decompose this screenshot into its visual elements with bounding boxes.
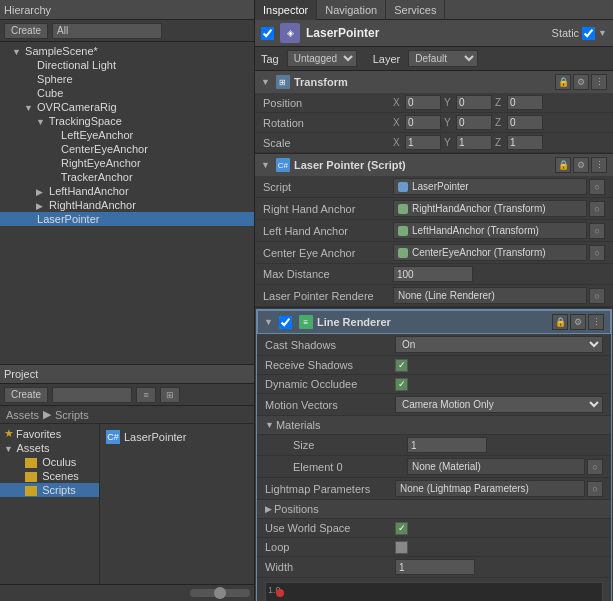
graph-dot[interactable] <box>276 589 284 597</box>
project-tree-favorites[interactable]: ★ Favorites <box>0 426 99 441</box>
tree-item-samplescene[interactable]: ▼ SampleScene* <box>0 44 254 58</box>
project-tree-assets[interactable]: ▼ Assets <box>0 441 99 455</box>
line-renderer-overflow-icon[interactable]: ⋮ <box>588 314 604 330</box>
left-hand-anchor-object[interactable]: LeftHandAnchor (Transform) <box>393 222 587 239</box>
line-renderer-header[interactable]: ▼ ≡ Line Renderer 🔒 ⚙ ⋮ <box>257 310 611 334</box>
rotation-x-label: X <box>393 117 403 128</box>
prop-lightmap-params: Lightmap Parameters None (Lightmap Param… <box>257 478 611 500</box>
center-eye-anchor-pick-icon[interactable]: ○ <box>589 245 605 261</box>
transform-overflow-icon[interactable]: ⋮ <box>591 74 607 90</box>
line-renderer-settings: 🔒 ⚙ ⋮ <box>552 314 604 330</box>
center-eye-anchor-label: Center Eye Anchor <box>263 247 393 259</box>
project-create-button[interactable]: Create <box>4 387 48 403</box>
position-x-field: X <box>393 95 441 110</box>
laser-script-header[interactable]: ▼ C# Laser Pointer (Script) 🔒 ⚙ ⋮ <box>255 154 613 176</box>
max-distance-input[interactable] <box>393 266 473 282</box>
project-view-button[interactable]: ⊞ <box>160 387 180 403</box>
tab-inspector[interactable]: Inspector <box>255 0 317 20</box>
center-eye-anchor-object[interactable]: CenterEyeAnchor (Transform) <box>393 244 587 261</box>
project-search-input[interactable] <box>52 387 132 403</box>
scale-y-input[interactable] <box>456 135 492 150</box>
transform-header[interactable]: ▼ ⊞ Transform 🔒 ⚙ ⋮ <box>255 71 613 93</box>
laser-renderer-pick-icon[interactable]: ○ <box>589 288 605 304</box>
use-world-space-checkbox[interactable]: ✓ <box>395 522 408 535</box>
line-renderer-active-checkbox[interactable] <box>279 316 292 329</box>
dynamic-occludee-checkbox[interactable]: ✓ <box>395 378 408 391</box>
tag-layer-row: Tag Untagged Layer Default <box>255 47 613 71</box>
layer-select[interactable]: Default <box>408 50 478 67</box>
folder-icon-scripts <box>25 486 37 496</box>
position-y-field: Y <box>444 95 492 110</box>
tab-navigation[interactable]: Navigation <box>317 0 386 20</box>
rotation-x-input[interactable] <box>405 115 441 130</box>
object-active-checkbox[interactable] <box>261 27 274 40</box>
tree-item-trackingspace[interactable]: ▼ TrackingSpace <box>0 114 254 128</box>
left-hand-anchor-pick-icon[interactable]: ○ <box>589 223 605 239</box>
laser-script-overflow-icon[interactable]: ⋮ <box>591 157 607 173</box>
tree-item-sphere[interactable]: Sphere <box>0 72 254 86</box>
cast-shadows-select[interactable]: On Off Two Sided Shadows Only <box>395 336 603 353</box>
tree-item-righteyeanchor[interactable]: RightEyeAnchor <box>0 156 254 170</box>
rotation-y-input[interactable] <box>456 115 492 130</box>
object-header: ◈ LaserPointer Static ▼ <box>255 20 613 47</box>
scale-x-input[interactable] <box>405 135 441 150</box>
tag-label: Tag <box>261 53 279 65</box>
static-arrow-icon[interactable]: ▼ <box>598 28 607 38</box>
rotation-y-label: Y <box>444 117 454 128</box>
tree-item-righthandanchor[interactable]: ▶ RightHandAnchor <box>0 198 254 212</box>
tree-item-ovrcamerarig[interactable]: ▼ OVRCameraRig <box>0 100 254 114</box>
prop-max-distance: Max Distance <box>255 264 613 285</box>
transform-arrow-icon: ▼ <box>261 77 270 87</box>
transform-lock-icon[interactable]: 🔒 <box>555 74 571 90</box>
project-tree-scripts[interactable]: Scripts <box>0 483 99 497</box>
tab-services[interactable]: Services <box>386 0 445 20</box>
right-hand-anchor-object[interactable]: RightHandAnchor (Transform) <box>393 200 587 217</box>
tree-item-directional-light[interactable]: Directional Light <box>0 58 254 72</box>
tag-select[interactable]: Untagged <box>287 50 357 67</box>
width-graph[interactable]: 1.0 0.5 <box>265 582 603 601</box>
zoom-slider[interactable] <box>190 589 250 597</box>
materials-size-input[interactable] <box>407 437 487 453</box>
hierarchy-search-input[interactable] <box>52 23 162 39</box>
laser-script-lock-icon[interactable]: 🔒 <box>555 157 571 173</box>
laser-renderer-object[interactable]: None (Line Renderer) <box>393 287 587 304</box>
tree-item-laserpointer[interactable]: LaserPointer <box>0 212 254 226</box>
line-renderer-settings-icon[interactable]: ⚙ <box>570 314 586 330</box>
lightmap-params-pick-icon[interactable]: ○ <box>587 481 603 497</box>
scale-z-input[interactable] <box>507 135 543 150</box>
tree-item-centereyeanchor[interactable]: CenterEyeAnchor <box>0 142 254 156</box>
loop-checkbox[interactable] <box>395 541 408 554</box>
file-item-laserpointer[interactable]: C# LaserPointer <box>104 428 250 446</box>
laser-script-settings-icon[interactable]: ⚙ <box>573 157 589 173</box>
position-z-input[interactable] <box>507 95 543 110</box>
lightmap-params-object[interactable]: None (Lightmap Parameters) <box>395 480 585 497</box>
prop-motion-vectors: Motion Vectors Camera Motion Only Per Ob… <box>257 394 611 416</box>
script-pick-icon[interactable]: ○ <box>589 179 605 195</box>
line-renderer-lock-icon[interactable]: 🔒 <box>552 314 568 330</box>
tree-item-lefteyeanchor[interactable]: LeftEyeAnchor <box>0 128 254 142</box>
rotation-z-input[interactable] <box>507 115 543 130</box>
transform-settings-icon[interactable]: ⚙ <box>573 74 589 90</box>
position-x-input[interactable] <box>405 95 441 110</box>
element0-object[interactable]: None (Material) <box>407 458 585 475</box>
script-object[interactable]: LaserPointer <box>393 178 587 195</box>
use-world-space-label: Use World Space <box>265 522 395 534</box>
project-tree-scenes[interactable]: Scenes <box>0 469 99 483</box>
prop-positions-section[interactable]: ▶ Positions <box>257 500 611 519</box>
receive-shadows-checkbox[interactable]: ✓ <box>395 359 408 372</box>
tree-item-cube[interactable]: Cube <box>0 86 254 100</box>
width-input[interactable] <box>395 559 475 575</box>
prop-materials-section[interactable]: ▼ Materials <box>257 416 611 435</box>
element0-label: Element 0 <box>277 461 407 473</box>
static-checkbox[interactable] <box>582 27 595 40</box>
tree-item-lefthandanchor[interactable]: ▶ LeftHandAnchor <box>0 184 254 198</box>
motion-vectors-select[interactable]: Camera Motion Only Per Object Motion For… <box>395 396 603 413</box>
tree-item-trackeranchor[interactable]: TrackerAnchor <box>0 170 254 184</box>
project-tree-oculus[interactable]: Oculus <box>0 455 99 469</box>
project-filter-button[interactable]: ≡ <box>136 387 156 403</box>
position-y-input[interactable] <box>456 95 492 110</box>
element0-pick-icon[interactable]: ○ <box>587 459 603 475</box>
prop-materials-size: Size <box>257 435 611 456</box>
hierarchy-create-button[interactable]: Create <box>4 23 48 39</box>
right-hand-anchor-pick-icon[interactable]: ○ <box>589 201 605 217</box>
